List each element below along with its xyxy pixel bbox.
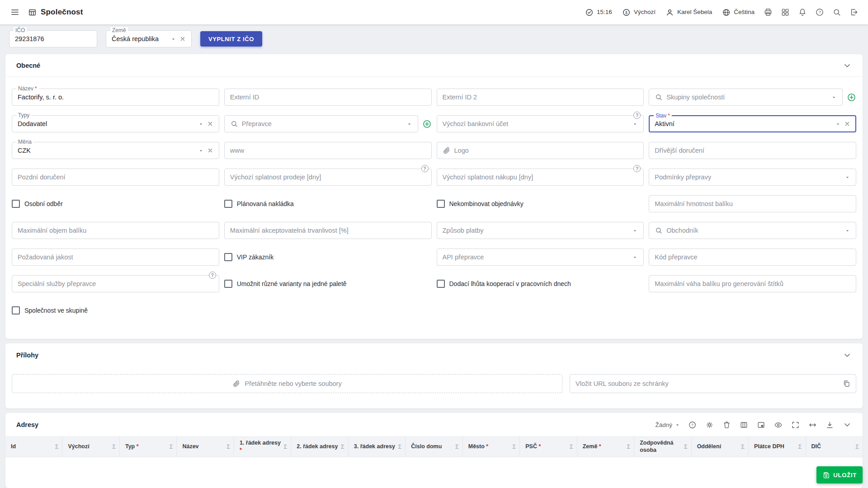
help-icon[interactable]: ? — [421, 165, 429, 172]
clear-icon[interactable] — [207, 147, 213, 154]
chevron-down-icon[interactable] — [844, 228, 850, 234]
company-in-group-checkbox[interactable]: Společnost ve skupině — [12, 302, 219, 319]
save-button[interactable]: ULOŽIT — [816, 466, 863, 483]
address-column-header[interactable]: DIČΣ — [806, 437, 863, 457]
default-sales-due-days-field[interactable]: ? Výchozí splatnost prodeje [dny] — [224, 169, 432, 186]
file-dropzone[interactable]: Přetáhněte nebo vyberte soubory — [12, 374, 562, 393]
export-button[interactable] — [825, 420, 835, 430]
address-column-header[interactable]: 3. řádek adresyΣ — [349, 437, 406, 457]
www-field[interactable]: www — [224, 142, 432, 159]
address-column-header[interactable]: NázevΣ — [177, 437, 234, 457]
collapse-chevron-icon[interactable] — [843, 420, 852, 429]
address-column-header[interactable]: 2. řádek adresyΣ — [291, 437, 348, 457]
search-button[interactable] — [829, 5, 844, 20]
status-select[interactable]: Stav* Aktivní — [649, 115, 856, 132]
aggregate-sigma-icon[interactable]: Σ — [112, 444, 116, 450]
notifications-button[interactable] — [795, 5, 810, 20]
logout-button[interactable] — [846, 5, 862, 20]
address-column-header[interactable]: Typ *Σ — [120, 437, 177, 457]
address-column-header[interactable]: 1. řádek adresy *Σ — [234, 437, 291, 457]
payment-method-select[interactable]: Způsob platby — [437, 222, 644, 239]
clear-icon[interactable] — [844, 121, 850, 127]
chevron-down-icon[interactable] — [632, 254, 638, 260]
aggregate-sigma-icon[interactable]: Σ — [855, 444, 859, 450]
address-column-header[interactable]: PSČ *Σ — [520, 437, 577, 457]
late-delivery-field[interactable]: Pozdní doručení — [12, 169, 219, 186]
clear-icon[interactable] — [207, 121, 213, 127]
external-id-field[interactable]: Externí ID — [224, 89, 432, 106]
currency-select[interactable]: Měna CZK — [12, 142, 219, 159]
layout-panel-button[interactable] — [756, 420, 766, 430]
external-id-2-field[interactable]: Externí ID 2 — [437, 89, 644, 106]
language-menu[interactable]: Čeština — [718, 8, 759, 17]
no-combine-orders-checkbox[interactable]: Nekombinovat objednávky — [437, 195, 644, 212]
aggregate-sigma-icon[interactable]: Σ — [55, 444, 59, 450]
clear-icon[interactable] — [179, 36, 186, 42]
help-icon[interactable]: ? — [633, 112, 641, 119]
aggregate-sigma-icon[interactable]: Σ — [455, 444, 459, 450]
transport-terms-select[interactable]: Podmínky přepravy — [649, 169, 856, 186]
chevron-down-icon[interactable] — [835, 121, 841, 127]
address-column-header[interactable]: Země *Σ — [577, 437, 634, 457]
allow-variants-on-pallet-checkbox[interactable]: Umožnit různé varianty na jedné paletě — [224, 275, 432, 292]
aggregate-sigma-icon[interactable]: Σ — [627, 444, 630, 450]
carrier-code-field[interactable]: Kód přepravce — [649, 249, 856, 266]
visibility-button[interactable] — [773, 420, 783, 430]
address-column-header[interactable]: Město *Σ — [463, 437, 520, 457]
planned-loading-checkbox[interactable]: Plánovaná nakládka — [224, 195, 432, 212]
carrier-api-select[interactable]: API přepravce — [437, 249, 644, 266]
aggregate-sigma-icon[interactable]: Σ — [798, 444, 802, 450]
aggregate-sigma-icon[interactable]: Σ — [341, 444, 344, 450]
chevron-down-icon[interactable] — [170, 36, 176, 42]
paste-from-clipboard-icon[interactable] — [842, 380, 850, 388]
collapse-chevron-icon[interactable] — [843, 61, 852, 70]
aggregate-sigma-icon[interactable]: Σ — [684, 444, 688, 450]
collapse-chevron-icon[interactable] — [843, 351, 852, 360]
table-settings-button[interactable] — [704, 420, 715, 430]
aggregate-sigma-icon[interactable]: Σ — [741, 444, 745, 450]
aggregate-sigma-icon[interactable]: Σ — [226, 444, 230, 450]
default-bank-account-select[interactable]: ? Výchozí bankovní účet — [437, 115, 644, 132]
fill-from-ico-button[interactable]: VYPLNIT Z IČO — [200, 31, 262, 47]
vip-customer-checkbox[interactable]: VIP zákazník — [224, 249, 432, 266]
company-groups-select[interactable]: Skupiny společností — [649, 89, 843, 106]
chevron-down-icon[interactable] — [632, 121, 638, 127]
help-icon[interactable]: ? — [209, 272, 216, 279]
max-package-volume-field[interactable]: Maximální objem balíku — [12, 222, 219, 239]
add-circle-icon[interactable] — [422, 119, 432, 129]
menu-button[interactable] — [7, 5, 23, 20]
personal-pickup-checkbox[interactable]: Osobní odběr — [12, 195, 219, 212]
columns-button[interactable] — [739, 420, 749, 430]
sync-status[interactable]: 15:16 — [581, 8, 616, 17]
address-column-header[interactable]: Číslo domuΣ — [406, 437, 462, 457]
types-select[interactable]: Typy Dodavatel — [12, 115, 219, 132]
max-package-weight-field[interactable]: Maximální hmotnost balíku — [649, 195, 856, 212]
pricing-profile-menu[interactable]: $ Výchozí — [618, 8, 660, 17]
address-column-header[interactable]: OdděleníΣ — [692, 437, 749, 457]
company-name-field[interactable]: Název* Factorify, s. r. o. — [12, 89, 219, 106]
default-purchase-due-days-field[interactable]: ? Výchozí splatnost nákupu [dny] — [437, 169, 644, 186]
fit-screen-button[interactable] — [790, 420, 801, 430]
delete-rows-button[interactable] — [722, 420, 732, 430]
help-button[interactable]: ? — [812, 5, 827, 20]
address-column-header[interactable]: VýchozíΣ — [62, 437, 119, 457]
table-help-button[interactable]: ? — [687, 420, 698, 430]
chevron-down-icon[interactable] — [844, 174, 850, 180]
address-column-header[interactable]: Zodpovědná osobaΣ — [634, 437, 691, 457]
required-quality-field[interactable]: Požadovaná jakost — [12, 249, 219, 266]
modules-button[interactable] — [778, 5, 793, 20]
max-label-weight-field[interactable]: Maximální váha balíku pro generování ští… — [649, 275, 856, 292]
chevron-down-icon[interactable] — [198, 121, 204, 127]
file-url-input[interactable]: Vložit URL souboru ze schránky — [570, 374, 856, 393]
special-transport-services-field[interactable]: ? Speciální služby přepravce — [12, 275, 219, 292]
chevron-down-icon[interactable] — [198, 148, 204, 154]
aggregate-sigma-icon[interactable]: Σ — [570, 444, 573, 450]
salesperson-select[interactable]: Obchodník — [649, 222, 856, 239]
chevron-down-icon[interactable] — [406, 121, 412, 127]
aggregate-sigma-icon[interactable]: Σ — [284, 444, 288, 450]
address-column-header[interactable]: Plátce DPHΣ — [749, 437, 806, 457]
carrier-select[interactable]: Přepravce — [224, 115, 418, 132]
aggregate-sigma-icon[interactable]: Σ — [170, 444, 173, 450]
early-delivery-field[interactable]: Dřívější doručení — [649, 142, 856, 159]
help-icon[interactable]: ? — [633, 165, 641, 172]
